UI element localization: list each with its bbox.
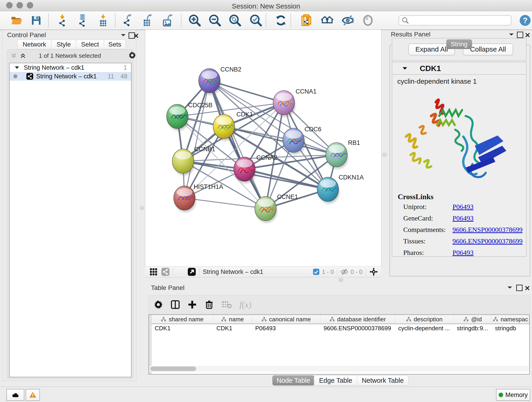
toolbar-separator — [291, 13, 291, 27]
table-settings-gear-icon[interactable] — [154, 300, 163, 309]
hidden-eye-slash-icon[interactable] — [341, 268, 348, 276]
function-builder-icon[interactable]: f(x) — [239, 300, 252, 310]
search-input[interactable] — [409, 17, 506, 24]
collection-expand-icon[interactable] — [15, 66, 19, 70]
cloud-status-button[interactable] — [6, 389, 24, 401]
main-toolbar: ? — [0, 11, 532, 30]
import-network-from-database-button[interactable] — [76, 13, 89, 27]
network-home-button[interactable] — [320, 13, 334, 27]
viewbar-separator — [337, 268, 337, 276]
tab-string[interactable]: String — [446, 39, 472, 49]
column-tree-icon — [261, 317, 267, 322]
table-cell[interactable]: P06493 — [252, 325, 320, 332]
network-row-selected[interactable]: String Network – cdk1 11 48 — [10, 72, 131, 81]
tab-edge-table[interactable]: Edge Table — [314, 375, 357, 385]
left-splitter-handle[interactable] — [140, 205, 144, 210]
zoom-selected-button[interactable] — [249, 13, 263, 27]
table-cell[interactable]: CDK1 — [213, 325, 252, 332]
show-columns-icon[interactable] — [171, 300, 180, 309]
open-in-window-icon[interactable] — [187, 268, 196, 276]
network-options-gear-icon[interactable] — [128, 51, 136, 60]
show-eye-button[interactable] — [361, 13, 375, 27]
import-network-from-file-button[interactable] — [56, 13, 70, 27]
search-field[interactable] — [399, 15, 511, 26]
collapse-all-networks-icon[interactable] — [11, 53, 17, 60]
network-graph[interactable]: CCNB2CCNA1CDC25BCDK1CDC6RB1CCNB1CCNA2CDK… — [145, 30, 381, 266]
tab-sets[interactable]: Sets — [104, 40, 126, 49]
export-image-button[interactable] — [161, 13, 175, 27]
crosslink-link[interactable]: P06493 — [452, 249, 474, 256]
table-cell[interactable]: stringdb — [492, 325, 529, 332]
tab-select[interactable]: Select — [76, 40, 104, 49]
open-session-button[interactable] — [10, 13, 23, 27]
scrollbar-thumb[interactable] — [150, 366, 196, 371]
column-header--id[interactable]: @id — [454, 315, 492, 324]
hide-selected-button[interactable] — [341, 13, 355, 27]
toolbar-separator — [181, 13, 181, 27]
node-ccne1[interactable]: CCNE1 — [255, 193, 298, 223]
node-rb1[interactable]: RB1 — [326, 139, 360, 169]
table-cell[interactable]: cyclin-dependent ... — [395, 325, 454, 332]
table-cell[interactable]: stringdb:9... — [454, 325, 492, 332]
column-header-database-identifier[interactable]: database identifier — [320, 315, 395, 324]
column-header-shared-name[interactable]: shared name — [152, 315, 213, 324]
entry-collapse-icon[interactable] — [402, 66, 407, 70]
refresh-view-button[interactable] — [274, 13, 288, 27]
results-panel-float-icon[interactable] — [517, 32, 523, 38]
memory-button[interactable]: Memory — [496, 389, 530, 401]
create-column-plus-icon[interactable] — [188, 300, 197, 309]
control-panel-menu-icon[interactable] — [120, 33, 126, 38]
node-ccna1[interactable]: CCNA1 — [273, 88, 317, 117]
import-table-from-file-button[interactable] — [96, 13, 110, 27]
column-header-name[interactable]: name — [213, 315, 252, 324]
node-cdkn1a[interactable]: CDKN1A — [317, 174, 364, 204]
crosslink-link[interactable]: 9606.ENSP00000378699 — [452, 226, 523, 234]
table-cell[interactable]: 9606.ENSP00000378699 — [320, 325, 395, 332]
expand-all-networks-icon[interactable] — [20, 53, 26, 60]
column-header-namespac[interactable]: namespac — [492, 315, 529, 324]
column-header-label: name — [229, 316, 244, 323]
crosslink-link[interactable]: 9606.ENSP00000378699 — [452, 237, 523, 245]
zoom-fit-button[interactable] — [228, 13, 242, 27]
warnings-button[interactable] — [26, 389, 40, 401]
delete-column-trash-icon[interactable] — [205, 300, 214, 309]
crosslink-link[interactable]: P06493 — [452, 214, 474, 222]
tab-network[interactable]: Network — [17, 40, 51, 49]
column-header-description[interactable]: description — [395, 315, 454, 324]
export-table-button[interactable] — [141, 13, 155, 27]
bottom-splitter-handle[interactable] — [339, 277, 343, 282]
zoom-in-button[interactable] — [188, 13, 202, 27]
birdseye-crosshair-icon[interactable] — [369, 267, 378, 276]
table-panel-close-icon[interactable]: ✕ — [525, 284, 530, 292]
table-row[interactable]: CDK1CDK1P064939606.ENSP00000378699cyclin… — [152, 324, 529, 332]
tab-network-table[interactable]: Network Table — [357, 375, 409, 385]
column-header-canonical-name[interactable]: canonical name — [252, 315, 320, 324]
delete-table-icon[interactable] — [222, 300, 232, 309]
right-splitter-handle[interactable] — [382, 152, 387, 157]
node-cdk1[interactable]: CDK1 — [213, 111, 253, 141]
table-panel-float-icon[interactable] — [516, 285, 523, 291]
control-panel-close-icon[interactable]: ✕ — [133, 32, 139, 40]
tab-style[interactable]: Style — [51, 40, 76, 49]
edge-ccne1-hist1h1a[interactable] — [184, 198, 266, 209]
grid-view-icon[interactable] — [150, 268, 157, 276]
tab-node-table[interactable]: Node Table — [272, 375, 314, 385]
cdk1-entry-header[interactable]: CDK1 — [392, 62, 526, 75]
network-collection-row[interactable]: String Network – cdk1 1 — [10, 63, 131, 72]
zoom-out-button[interactable] — [208, 13, 222, 27]
toolbar-separator — [266, 13, 266, 27]
selected-checkbox-icon[interactable] — [313, 268, 320, 275]
results-panel-menu-icon[interactable] — [509, 32, 514, 37]
network-canvas[interactable]: CCNB2CCNA1CDC25BCDK1CDC6RB1CCNB1CCNA2CDK… — [145, 30, 381, 266]
network-view-share-icon[interactable] — [161, 268, 170, 276]
share-document-button[interactable] — [299, 13, 313, 27]
table-horizontal-scrollbar[interactable] — [149, 366, 529, 372]
export-network-button[interactable] — [121, 13, 135, 27]
save-session-button[interactable] — [29, 13, 43, 27]
crosslink-link[interactable]: P06493 — [452, 203, 474, 211]
table-panel-menu-icon[interactable] — [507, 286, 513, 290]
node-ccnb1[interactable]: CCNB1 — [172, 146, 215, 175]
table-cell[interactable]: CDK1 — [152, 325, 213, 332]
help-button[interactable]: ? — [518, 13, 532, 27]
node-hist1h1a[interactable]: HIST1H1A — [174, 183, 223, 212]
